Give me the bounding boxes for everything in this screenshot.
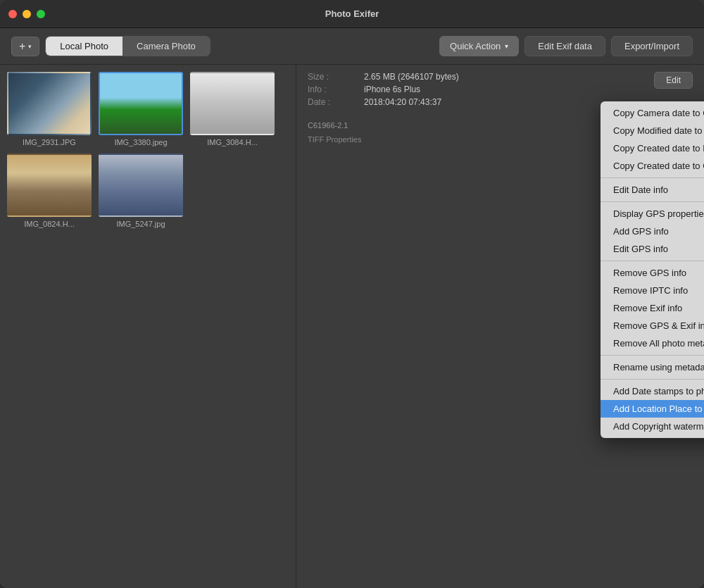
export-import-button[interactable]: Export/Import [611,36,693,56]
dropdown-item-remove-all[interactable]: Remove All photo metadata info [601,334,704,352]
dropdown-item-edit-gps[interactable]: Edit GPS info [601,240,704,258]
photo-thumbnail [190,72,275,135]
size-value: 2.65 MB (2646107 bytes) [364,72,459,82]
dropdown-overlay: Copy Camera date to Created dateCopy Mod… [296,101,704,588]
main-content: IMG_2931.JPG IMG_3380.jpeg IMG_3084.H...… [0,65,704,588]
dropdown-separator [601,261,704,261]
close-button[interactable] [8,10,17,18]
dropdown-item-display-gps[interactable]: Display GPS properties on Map [601,205,704,223]
photo-filename: IMG_0824.H... [24,220,75,228]
dropdown-item-rename-metadata[interactable]: Rename using metadata tag(s) [601,358,704,376]
camera-photo-tab[interactable]: Camera Photo [122,37,210,56]
photo-filename: IMG_3380.jpeg [114,138,167,146]
quick-action-button[interactable]: Quick Action ▾ [439,36,519,56]
dropdown-item-remove-exif[interactable]: Remove Exif info [601,299,704,317]
window-title: Photo Exifer [325,8,379,19]
photo-filename: IMG_2931.JPG [23,138,76,146]
toolbar: + ▾ Local Photo Camera Photo Quick Actio… [0,28,704,65]
photo-thumbnail [7,72,92,135]
dropdown-separator [601,355,704,356]
titlebar: Photo Exifer [0,0,704,28]
dropdown-item-add-copyright[interactable]: Add Copyright watermark to photos [601,418,704,435]
device-row: Info : iPhone 6s Plus [308,85,693,94]
device-label: Info : [308,85,364,94]
photo-filename: IMG_5247.jpg [116,220,165,228]
traffic-lights [8,10,45,18]
dropdown-item-remove-gps[interactable]: Remove GPS info [601,264,704,282]
photo-thumbnail [7,154,92,217]
add-arrow-icon: ▾ [28,43,32,50]
size-row: Size : 2.65 MB (2646107 bytes) [308,72,693,82]
main-window: Photo Exifer + ▾ Local Photo Camera Phot… [0,0,704,588]
dropdown-item-remove-iptc[interactable]: Remove IPTC info [601,282,704,299]
maximize-button[interactable] [37,10,45,18]
list-item[interactable]: IMG_3084.H... [190,72,275,146]
device-value: iPhone 6s Plus [364,85,420,94]
photo-panel: IMG_2931.JPG IMG_3380.jpeg IMG_3084.H...… [0,65,296,588]
dropdown-item-copy-camera-date[interactable]: Copy Camera date to Created date [601,104,704,122]
add-button[interactable]: + ▾ [11,37,39,56]
quick-action-label: Quick Action [450,41,501,51]
dropdown-item-copy-created-to-modified[interactable]: Copy Created date to Modified date [601,139,704,157]
list-item[interactable]: IMG_0824.H... [7,154,92,228]
dropdown-separator [601,177,704,178]
dropdown-separator [601,201,704,202]
dropdown-item-edit-date-info[interactable]: Edit Date info [601,181,704,199]
photo-source-tabs: Local Photo Camera Photo [45,36,210,56]
quick-action-dropdown: Copy Camera date to Created dateCopy Mod… [601,101,704,438]
dropdown-item-add-date-stamps[interactable]: Add Date stamps to photos [601,382,704,400]
photo-filename: IMG_3084.H... [207,138,258,146]
minimize-button[interactable] [23,10,31,18]
dropdown-item-add-gps[interactable]: Add GPS info [601,223,704,240]
edit-button[interactable]: Edit [654,72,693,89]
photo-thumbnail [99,72,183,135]
dropdown-item-copy-modified-date[interactable]: Copy Modified date to Created date [601,122,704,139]
quick-action-arrow-icon: ▾ [505,42,508,50]
dropdown-separator [601,379,704,380]
dropdown-item-copy-created-to-camera[interactable]: Copy Created date to Camera date [601,157,704,175]
list-item[interactable]: IMG_5247.jpg [99,154,183,228]
size-label: Size : [308,72,364,82]
local-photo-tab[interactable]: Local Photo [46,37,122,56]
list-item[interactable]: IMG_3380.jpeg [99,72,183,146]
photo-thumbnail [99,154,183,217]
dropdown-item-add-location[interactable]: Add Location Place to photos [601,400,704,418]
list-item[interactable]: IMG_2931.JPG [7,72,92,146]
plus-icon: + [19,41,25,52]
edit-exif-button[interactable]: Edit Exif data [524,36,605,56]
right-panel: Edit Size : 2.65 MB (2646107 bytes) Info… [296,65,704,588]
dropdown-item-remove-gps-exif[interactable]: Remove GPS & Exif info [601,317,704,334]
